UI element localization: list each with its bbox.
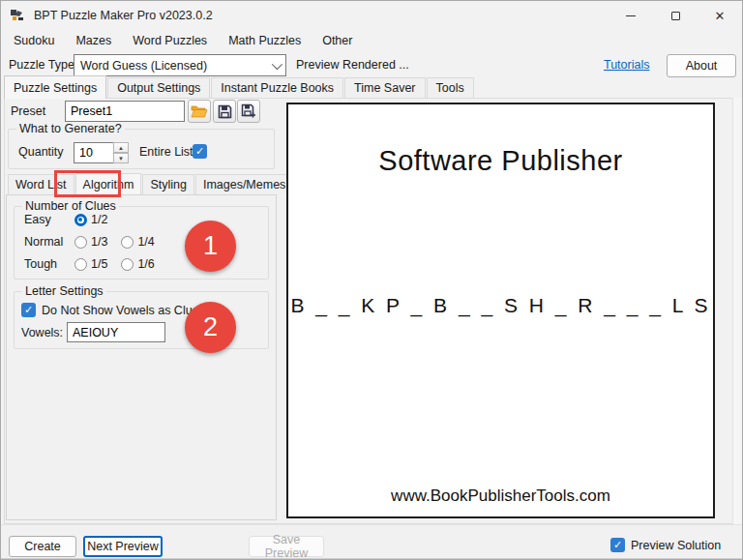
next-preview-button[interactable]: Next Preview <box>83 536 163 557</box>
quantity-label: Quantity <box>18 145 64 159</box>
folder-open-icon <box>191 104 208 119</box>
vowels-label: Vowels: <box>21 326 63 339</box>
preview-footer: www.BookPublisherTools.com <box>288 486 713 506</box>
save-as-icon <box>241 103 256 119</box>
close-button[interactable]: ✕ <box>698 1 742 30</box>
app-icon <box>10 8 25 23</box>
tab-tools[interactable]: Tools <box>427 77 474 99</box>
preset-label: Preset <box>11 104 45 118</box>
spinner-down-icon[interactable]: ▼ <box>113 153 129 163</box>
menu-mazes[interactable]: Mazes <box>65 31 122 50</box>
what-to-generate-label: What to Generate? <box>16 122 125 135</box>
window-title: BPT Puzzle Maker Pro v2023.0.2 <box>34 9 213 22</box>
about-button[interactable]: About <box>667 54 736 77</box>
tutorials-link[interactable]: Tutorials <box>604 58 649 72</box>
close-icon: ✕ <box>715 9 726 23</box>
radio-1-2[interactable] <box>74 214 87 226</box>
title-bar: BPT Puzzle Maker Pro v2023.0.2 ✕ <box>1 1 742 30</box>
tough-label: Tough <box>24 257 74 271</box>
easy-label: Easy <box>24 213 74 226</box>
minimize-button[interactable] <box>609 1 653 30</box>
preview-puzzle-line: B _ _ K P _ B _ _ S H _ R _ _ _ L S <box>288 294 713 317</box>
bottom-bar: Create Next Preview Save Preview ✓ Previ… <box>1 524 742 560</box>
quantity-stepper[interactable]: ▲ ▼ <box>113 142 129 163</box>
preview-solution-label: Preview Solution <box>631 539 721 552</box>
entire-list-label: Entire List <box>139 145 193 159</box>
maximize-icon <box>671 12 680 20</box>
maximize-button[interactable] <box>653 1 698 30</box>
radio-1-2-label: 1/2 <box>91 213 107 226</box>
chevron-down-icon <box>272 58 282 69</box>
create-button[interactable]: Create <box>9 536 76 557</box>
puzzle-type-value: Word Guess (Licensed) <box>80 59 207 73</box>
no-vowels-checkbox[interactable]: ✓ <box>21 303 36 317</box>
radio-1-4[interactable] <box>121 236 134 249</box>
puzzle-type-dropdown[interactable]: Word Guess (Licensed) <box>74 54 286 76</box>
sub-tab-strip: Word List Algorithm Styling Images/Memes <box>8 175 294 194</box>
preview-scrollbar[interactable] <box>732 98 741 524</box>
puzzle-type-label: Puzzle Type <box>9 58 74 72</box>
entire-list-checkbox[interactable]: ✓ <box>193 144 207 159</box>
save-preview-button[interactable]: Save Preview <box>249 536 324 557</box>
normal-label: Normal <box>24 235 74 249</box>
toolbar-row: Puzzle Type Word Guess (Licensed) Previe… <box>1 51 742 78</box>
tab-instant-puzzle-books[interactable]: Instant Puzzle Books <box>211 77 343 99</box>
open-preset-button[interactable] <box>188 100 211 123</box>
subtab-styling[interactable]: Styling <box>142 174 194 194</box>
letter-settings-label: Letter Settings <box>22 284 106 298</box>
vowels-input[interactable] <box>67 322 165 342</box>
menu-other[interactable]: Other <box>312 31 363 50</box>
spinner-up-icon[interactable]: ▲ <box>113 142 129 153</box>
menu-sudoku[interactable]: Sudoku <box>3 31 65 50</box>
preset-input[interactable] <box>65 101 185 122</box>
radio-1-6-label: 1/6 <box>137 257 154 271</box>
minimize-icon <box>626 15 636 16</box>
radio-1-3[interactable] <box>74 236 87 249</box>
number-of-clues-label: Number of Clues <box>22 199 119 213</box>
preview-page: Software Publisher B _ _ K P _ B _ _ S H… <box>286 103 715 518</box>
radio-1-5-label: 1/5 <box>91 257 107 271</box>
save-preset-as-button[interactable] <box>237 100 260 123</box>
app-window: BPT Puzzle Maker Pro v2023.0.2 ✕ Sudoku … <box>0 0 743 560</box>
radio-1-6[interactable] <box>121 258 134 271</box>
preview-status-text: Preview Rendered ... <box>296 58 409 72</box>
menu-math-puzzles[interactable]: Math Puzzles <box>218 31 312 50</box>
quantity-input[interactable] <box>74 142 114 163</box>
radio-1-5[interactable] <box>74 258 87 271</box>
radio-1-3-label: 1/3 <box>91 235 107 249</box>
preview-solution-checkbox[interactable]: ✓ <box>610 538 625 552</box>
radio-1-4-label: 1/4 <box>137 235 154 249</box>
main-tab-strip: Puzzle Settings Output Settings Instant … <box>4 78 475 99</box>
save-icon <box>218 104 232 119</box>
tab-output-settings[interactable]: Output Settings <box>107 77 210 99</box>
tab-time-saver[interactable]: Time Saver <box>344 77 425 99</box>
no-vowels-label: Do Not Show Vowels as Clues <box>42 304 205 317</box>
annotation-badge-1: 1 <box>185 221 236 272</box>
tab-puzzle-settings[interactable]: Puzzle Settings <box>4 75 106 99</box>
subtab-images-memes[interactable]: Images/Memes <box>195 174 293 194</box>
annotation-badge-2: 2 <box>185 302 236 353</box>
preview-title: Software Publisher <box>288 145 713 177</box>
annotation-rect-algorithm <box>54 170 121 197</box>
save-preset-button[interactable] <box>213 100 236 123</box>
menu-word-puzzles[interactable]: Word Puzzles <box>122 31 218 50</box>
menu-bar: Sudoku Mazes Word Puzzles Math Puzzles O… <box>1 30 742 51</box>
